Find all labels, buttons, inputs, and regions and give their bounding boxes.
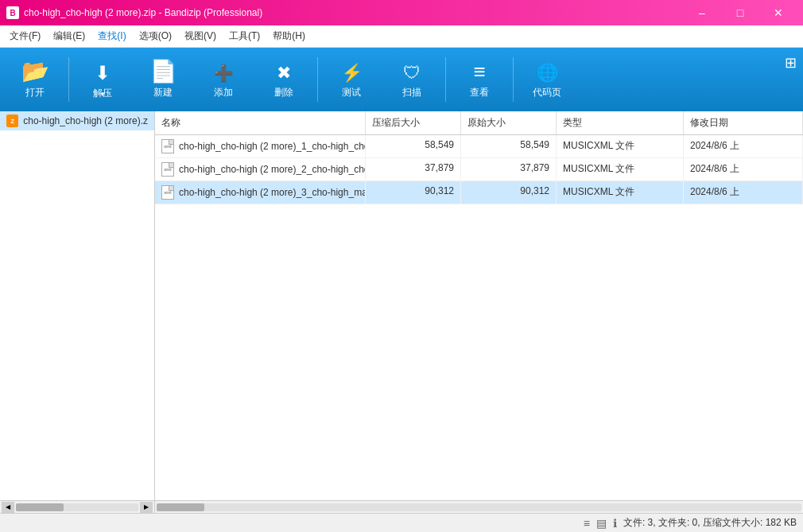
maximize-button[interactable]: □ bbox=[722, 0, 758, 25]
codepage-label: 代码页 bbox=[533, 86, 561, 99]
close-button[interactable]: ✕ bbox=[760, 0, 797, 25]
toolbar-separator bbox=[68, 57, 69, 102]
scroll-left-arrow[interactable]: ◀ bbox=[2, 502, 14, 513]
extract-icon bbox=[95, 61, 111, 83]
horizontal-scrollbar: ◀ ▶ bbox=[0, 500, 803, 513]
menu-item-h[interactable]: 帮助(H) bbox=[266, 26, 312, 46]
open-label: 打开 bbox=[25, 86, 45, 99]
add-label: 添加 bbox=[214, 86, 233, 99]
delete-button[interactable]: 删除 bbox=[255, 51, 312, 108]
toolbar: 打开解压▼新建添加删除测试扫描查看代码页⊞ bbox=[0, 48, 803, 111]
type-cell: MUSICXML 文件 bbox=[557, 181, 684, 204]
type-cell: MUSICXML 文件 bbox=[557, 158, 684, 181]
file-name-cell: xmlcho-high_cho-high (2 more)_2_cho-high… bbox=[155, 158, 366, 181]
menu-item-e[interactable]: 编辑(E) bbox=[47, 26, 91, 46]
menu-item-v[interactable]: 视图(V) bbox=[178, 26, 223, 46]
left-panel-scrollbar[interactable]: ◀ ▶ bbox=[0, 501, 155, 513]
codepage-button[interactable]: 代码页 bbox=[518, 51, 576, 108]
menu-bar: 文件(F)编辑(E)查找(I)选项(O)视图(V)工具(T)帮助(H) bbox=[0, 25, 803, 48]
title-bar-left: B cho-high_cho-high (2 more).zip - Bandi… bbox=[6, 6, 262, 19]
open-icon bbox=[21, 60, 49, 83]
toolbar-separator bbox=[513, 57, 514, 102]
scan-icon bbox=[403, 60, 421, 83]
menu-item-t[interactable]: 工具(T) bbox=[223, 26, 266, 46]
menu-item-f[interactable]: 文件(F) bbox=[3, 26, 47, 46]
compressed-size-cell: 90,312 bbox=[366, 181, 461, 204]
right-panel: 名称压缩后大小原始大小类型修改日期 xmlcho-high_cho-high (… bbox=[155, 111, 803, 500]
table-row[interactable]: xmlcho-high_cho-high (2 more)_1_cho-high… bbox=[155, 135, 803, 158]
view-button[interactable]: 查看 bbox=[451, 51, 508, 108]
left-scroll-thumb[interactable] bbox=[16, 503, 64, 511]
column-header-修改日期[interactable]: 修改日期 bbox=[684, 111, 803, 134]
xml-file-icon: xml bbox=[161, 185, 174, 200]
original-size-cell: 90,312 bbox=[461, 181, 557, 204]
file-name-cell: xmlcho-high_cho-high (2 more)_1_cho-high… bbox=[155, 135, 366, 157]
modified-cell: 2024/8/6 上 bbox=[684, 158, 803, 181]
title-bar: B cho-high_cho-high (2 more).zip - Bandi… bbox=[0, 0, 803, 25]
file-name-text: cho-high_cho-high (2 more)_1_cho-high_ch… bbox=[179, 141, 366, 152]
minimize-button[interactable]: – bbox=[684, 0, 720, 25]
compressed-size-cell: 37,879 bbox=[366, 158, 461, 181]
table-row[interactable]: xmlcho-high_cho-high (2 more)_2_cho-high… bbox=[155, 158, 803, 181]
original-size-cell: 37,879 bbox=[461, 158, 557, 181]
extract-arrow-icon: ▼ bbox=[99, 91, 106, 98]
table-body: xmlcho-high_cho-high (2 more)_1_cho-high… bbox=[155, 135, 803, 500]
right-scroll-track[interactable] bbox=[157, 503, 801, 511]
new-icon bbox=[149, 60, 177, 83]
toolbar-separator bbox=[317, 57, 318, 102]
list-view-icon[interactable]: ≡ bbox=[584, 517, 590, 530]
left-panel-item-label: cho-high_cho-high (2 more).z bbox=[23, 115, 148, 126]
open-button[interactable]: 打开 bbox=[6, 51, 64, 108]
detail-view-icon[interactable]: ▤ bbox=[596, 517, 607, 530]
delete-icon bbox=[277, 60, 291, 83]
column-header-名称[interactable]: 名称 bbox=[155, 111, 366, 134]
left-panel-archive-item[interactable]: Zcho-high_cho-high (2 more).z bbox=[0, 111, 154, 130]
test-button[interactable]: 测试 bbox=[323, 51, 380, 108]
new-button[interactable]: 新建 bbox=[134, 51, 192, 108]
modified-cell: 2024/8/6 上 bbox=[684, 135, 803, 157]
zip-file-icon: Z bbox=[6, 115, 18, 127]
scroll-right-arrow[interactable]: ▶ bbox=[140, 502, 153, 513]
layout-grid-button[interactable]: ⊞ bbox=[785, 54, 797, 72]
test-label: 测试 bbox=[342, 86, 361, 99]
right-panel-scrollbar[interactable] bbox=[155, 501, 803, 513]
type-cell: MUSICXML 文件 bbox=[557, 135, 684, 157]
menu-item-i[interactable]: 查找(I) bbox=[91, 26, 132, 46]
xml-file-icon: xml bbox=[161, 139, 174, 153]
right-scroll-thumb[interactable] bbox=[157, 503, 204, 511]
column-header-类型[interactable]: 类型 bbox=[557, 111, 684, 134]
title-controls: – □ ✕ bbox=[684, 0, 797, 25]
new-label: 新建 bbox=[153, 86, 173, 99]
column-header-原始大小[interactable]: 原始大小 bbox=[461, 111, 557, 134]
test-icon bbox=[341, 60, 363, 83]
menu-item-o[interactable]: 选项(O) bbox=[133, 26, 178, 46]
compressed-size-cell: 58,549 bbox=[366, 135, 461, 157]
codepage-icon bbox=[537, 60, 558, 83]
modified-cell: 2024/8/6 上 bbox=[684, 181, 803, 204]
file-name-text: cho-high_cho-high (2 more)_2_cho-high_ch… bbox=[179, 164, 366, 175]
view-label: 查看 bbox=[470, 86, 489, 99]
scan-button[interactable]: 扫描 bbox=[383, 51, 440, 108]
file-name-text: cho-high_cho-high (2 more)_3_cho-high_ma… bbox=[179, 187, 366, 198]
add-button[interactable]: 添加 bbox=[195, 51, 252, 108]
column-header-压缩后大小[interactable]: 压缩后大小 bbox=[366, 111, 461, 134]
app-icon: B bbox=[6, 6, 19, 19]
left-panel: Zcho-high_cho-high (2 more).z bbox=[0, 111, 155, 500]
table-header: 名称压缩后大小原始大小类型修改日期 bbox=[155, 111, 803, 135]
extract-button[interactable]: 解压▼ bbox=[74, 51, 131, 108]
main-content: Zcho-high_cho-high (2 more).z 名称压缩后大小原始大… bbox=[0, 111, 803, 500]
toolbar-separator bbox=[445, 57, 446, 102]
table-row[interactable]: xmlcho-high_cho-high (2 more)_3_cho-high… bbox=[155, 181, 803, 204]
add-icon bbox=[214, 60, 234, 83]
info-icon[interactable]: ℹ bbox=[613, 517, 617, 530]
left-scroll-track[interactable] bbox=[16, 503, 138, 511]
original-size-cell: 58,549 bbox=[461, 135, 557, 157]
xml-file-icon: xml bbox=[161, 162, 174, 177]
file-name-cell: xmlcho-high_cho-high (2 more)_3_cho-high… bbox=[155, 181, 366, 204]
window-title: cho-high_cho-high (2 more).zip - Bandizi… bbox=[24, 7, 262, 18]
delete-label: 删除 bbox=[274, 86, 293, 99]
scan-label: 扫描 bbox=[402, 86, 421, 99]
status-bar: ≡ ▤ ℹ 文件: 3, 文件夹: 0, 压缩文件大小: 182 KB bbox=[0, 513, 803, 532]
status-text: 文件: 3, 文件夹: 0, 压缩文件大小: 182 KB bbox=[623, 516, 797, 530]
view-icon bbox=[473, 60, 485, 83]
